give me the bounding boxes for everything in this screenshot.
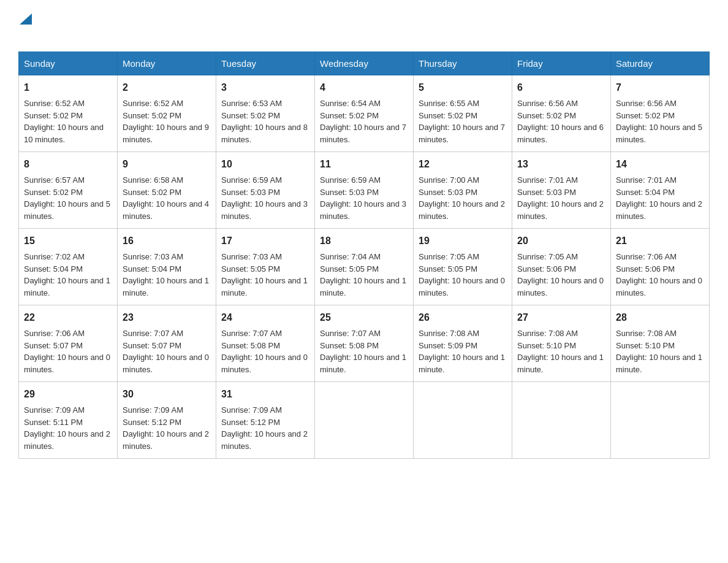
day-number: 29 xyxy=(24,387,112,402)
day-number: 31 xyxy=(221,387,309,402)
calendar-day-cell: 27 Sunrise: 7:08 AMSunset: 5:10 PMDaylig… xyxy=(512,305,611,382)
day-number: 24 xyxy=(221,310,309,325)
calendar-day-cell: 19 Sunrise: 7:05 AMSunset: 5:05 PMDaylig… xyxy=(414,229,512,305)
day-of-week-header: Tuesday xyxy=(216,52,315,75)
calendar-day-cell: 13 Sunrise: 7:01 AMSunset: 5:03 PMDaylig… xyxy=(512,152,611,229)
day-number: 20 xyxy=(517,234,605,248)
day-number: 8 xyxy=(24,157,112,172)
day-info: Sunrise: 7:02 AMSunset: 5:04 PMDaylight:… xyxy=(24,252,110,297)
day-number: 4 xyxy=(320,80,408,95)
calendar-day-cell: 25 Sunrise: 7:07 AMSunset: 5:08 PMDaylig… xyxy=(315,305,414,382)
calendar-header: SundayMondayTuesdayWednesdayThursdayFrid… xyxy=(19,52,710,75)
day-of-week-header: Sunday xyxy=(19,52,118,75)
day-info: Sunrise: 7:09 AMSunset: 5:12 PMDaylight:… xyxy=(123,405,209,451)
day-number: 30 xyxy=(123,387,211,402)
day-number: 12 xyxy=(419,157,507,172)
calendar-week-row: 15 Sunrise: 7:02 AMSunset: 5:04 PMDaylig… xyxy=(19,229,710,305)
day-of-week-header: Saturday xyxy=(611,52,710,75)
calendar-day-cell: 6 Sunrise: 6:56 AMSunset: 5:02 PMDayligh… xyxy=(512,75,611,152)
day-number: 1 xyxy=(24,80,112,95)
calendar-week-row: 22 Sunrise: 7:06 AMSunset: 5:07 PMDaylig… xyxy=(19,305,710,382)
day-of-week-header: Thursday xyxy=(414,52,512,75)
day-info: Sunrise: 7:00 AMSunset: 5:03 PMDaylight:… xyxy=(419,175,505,221)
page-header xyxy=(18,12,710,39)
day-info: Sunrise: 7:08 AMSunset: 5:10 PMDaylight:… xyxy=(517,329,604,374)
day-of-week-header: Friday xyxy=(512,52,611,75)
day-number: 23 xyxy=(123,310,211,325)
day-info: Sunrise: 6:59 AMSunset: 5:03 PMDaylight:… xyxy=(320,175,406,221)
days-of-week-row: SundayMondayTuesdayWednesdayThursdayFrid… xyxy=(19,52,710,75)
day-number: 22 xyxy=(24,310,112,325)
day-number: 13 xyxy=(517,157,605,172)
calendar-day-cell: 20 Sunrise: 7:05 AMSunset: 5:06 PMDaylig… xyxy=(512,229,611,305)
day-info: Sunrise: 7:03 AMSunset: 5:05 PMDaylight:… xyxy=(221,252,308,297)
day-number: 11 xyxy=(320,157,408,172)
calendar-day-cell: 18 Sunrise: 7:04 AMSunset: 5:05 PMDaylig… xyxy=(315,229,414,305)
calendar-week-row: 1 Sunrise: 6:52 AMSunset: 5:02 PMDayligh… xyxy=(19,75,710,152)
day-info: Sunrise: 7:05 AMSunset: 5:05 PMDaylight:… xyxy=(419,252,505,297)
day-info: Sunrise: 7:09 AMSunset: 5:12 PMDaylight:… xyxy=(221,405,308,451)
day-number: 25 xyxy=(320,310,408,325)
calendar-week-row: 29 Sunrise: 7:09 AMSunset: 5:11 PMDaylig… xyxy=(19,382,710,459)
day-number: 15 xyxy=(24,234,112,248)
calendar-day-cell xyxy=(512,382,611,459)
day-info: Sunrise: 7:07 AMSunset: 5:07 PMDaylight:… xyxy=(123,329,209,374)
day-number: 18 xyxy=(320,234,408,248)
day-info: Sunrise: 7:07 AMSunset: 5:08 PMDaylight:… xyxy=(320,329,406,374)
day-info: Sunrise: 7:05 AMSunset: 5:06 PMDaylight:… xyxy=(517,252,604,297)
calendar-day-cell: 11 Sunrise: 6:59 AMSunset: 5:03 PMDaylig… xyxy=(315,152,414,229)
day-info: Sunrise: 7:03 AMSunset: 5:04 PMDaylight:… xyxy=(123,252,209,297)
calendar-day-cell: 17 Sunrise: 7:03 AMSunset: 5:05 PMDaylig… xyxy=(216,229,315,305)
day-info: Sunrise: 7:09 AMSunset: 5:11 PMDaylight:… xyxy=(24,405,110,451)
calendar-day-cell: 29 Sunrise: 7:09 AMSunset: 5:11 PMDaylig… xyxy=(19,382,118,459)
day-number: 5 xyxy=(419,80,507,95)
day-info: Sunrise: 7:08 AMSunset: 5:10 PMDaylight:… xyxy=(616,329,702,374)
day-number: 16 xyxy=(123,234,211,248)
calendar-day-cell: 23 Sunrise: 7:07 AMSunset: 5:07 PMDaylig… xyxy=(118,305,216,382)
calendar-table: SundayMondayTuesdayWednesdayThursdayFrid… xyxy=(18,52,710,459)
day-of-week-header: Wednesday xyxy=(315,52,414,75)
day-number: 27 xyxy=(517,310,605,325)
day-info: Sunrise: 6:59 AMSunset: 5:03 PMDaylight:… xyxy=(221,175,308,221)
day-number: 17 xyxy=(221,234,309,248)
calendar-day-cell: 8 Sunrise: 6:57 AMSunset: 5:02 PMDayligh… xyxy=(19,152,118,229)
calendar-day-cell: 30 Sunrise: 7:09 AMSunset: 5:12 PMDaylig… xyxy=(118,382,216,459)
calendar-day-cell: 28 Sunrise: 7:08 AMSunset: 5:10 PMDaylig… xyxy=(611,305,710,382)
calendar-day-cell: 14 Sunrise: 7:01 AMSunset: 5:04 PMDaylig… xyxy=(611,152,710,229)
day-number: 26 xyxy=(419,310,507,325)
calendar-day-cell xyxy=(414,382,512,459)
day-info: Sunrise: 6:56 AMSunset: 5:02 PMDaylight:… xyxy=(517,99,604,144)
day-info: Sunrise: 7:06 AMSunset: 5:07 PMDaylight:… xyxy=(24,329,110,374)
calendar-day-cell: 26 Sunrise: 7:08 AMSunset: 5:09 PMDaylig… xyxy=(414,305,512,382)
calendar-day-cell: 3 Sunrise: 6:53 AMSunset: 5:02 PMDayligh… xyxy=(216,75,315,152)
day-number: 7 xyxy=(616,80,704,95)
calendar-day-cell: 31 Sunrise: 7:09 AMSunset: 5:12 PMDaylig… xyxy=(216,382,315,459)
calendar-day-cell: 9 Sunrise: 6:58 AMSunset: 5:02 PMDayligh… xyxy=(118,152,216,229)
day-info: Sunrise: 7:01 AMSunset: 5:04 PMDaylight:… xyxy=(616,175,702,221)
calendar-day-cell: 22 Sunrise: 7:06 AMSunset: 5:07 PMDaylig… xyxy=(19,305,118,382)
day-info: Sunrise: 7:01 AMSunset: 5:03 PMDaylight:… xyxy=(517,175,604,221)
day-info: Sunrise: 6:57 AMSunset: 5:02 PMDaylight:… xyxy=(24,175,110,221)
calendar-week-row: 8 Sunrise: 6:57 AMSunset: 5:02 PMDayligh… xyxy=(19,152,710,229)
day-info: Sunrise: 7:06 AMSunset: 5:06 PMDaylight:… xyxy=(616,252,702,297)
day-number: 3 xyxy=(221,80,309,95)
calendar-body: 1 Sunrise: 6:52 AMSunset: 5:02 PMDayligh… xyxy=(19,75,710,459)
day-number: 2 xyxy=(123,80,211,95)
day-info: Sunrise: 7:04 AMSunset: 5:05 PMDaylight:… xyxy=(320,252,406,297)
calendar-day-cell: 2 Sunrise: 6:52 AMSunset: 5:02 PMDayligh… xyxy=(118,75,216,152)
calendar-day-cell: 24 Sunrise: 7:07 AMSunset: 5:08 PMDaylig… xyxy=(216,305,315,382)
calendar-day-cell: 1 Sunrise: 6:52 AMSunset: 5:02 PMDayligh… xyxy=(19,75,118,152)
day-number: 14 xyxy=(616,157,704,172)
day-info: Sunrise: 6:56 AMSunset: 5:02 PMDaylight:… xyxy=(616,99,702,144)
calendar-day-cell: 21 Sunrise: 7:06 AMSunset: 5:06 PMDaylig… xyxy=(611,229,710,305)
calendar-day-cell xyxy=(611,382,710,459)
calendar-day-cell: 5 Sunrise: 6:55 AMSunset: 5:02 PMDayligh… xyxy=(414,75,512,152)
calendar-day-cell: 15 Sunrise: 7:02 AMSunset: 5:04 PMDaylig… xyxy=(19,229,118,305)
day-info: Sunrise: 6:52 AMSunset: 5:02 PMDaylight:… xyxy=(123,99,209,144)
logo xyxy=(18,12,32,39)
day-number: 6 xyxy=(517,80,605,95)
calendar-day-cell: 16 Sunrise: 7:03 AMSunset: 5:04 PMDaylig… xyxy=(118,229,216,305)
calendar-day-cell: 10 Sunrise: 6:59 AMSunset: 5:03 PMDaylig… xyxy=(216,152,315,229)
day-info: Sunrise: 6:52 AMSunset: 5:02 PMDaylight:… xyxy=(24,99,104,144)
day-number: 10 xyxy=(221,157,309,172)
